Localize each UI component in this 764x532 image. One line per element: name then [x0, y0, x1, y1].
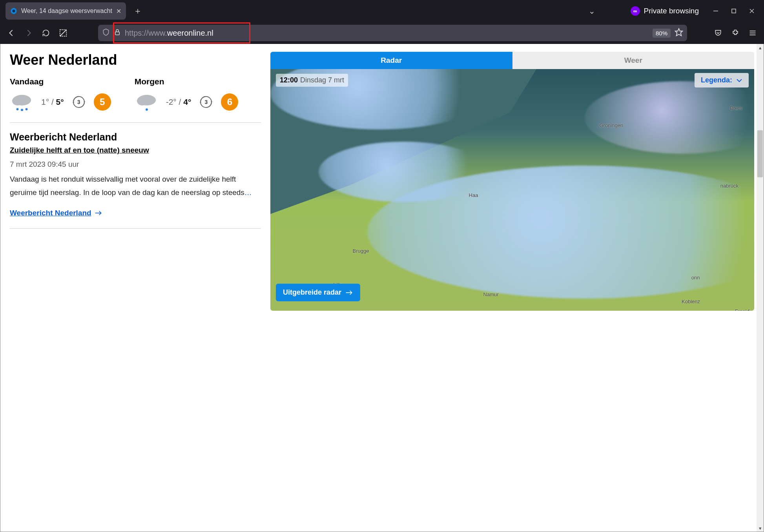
today-rating-badge: 5 [94, 93, 111, 111]
today-label: Vandaag [10, 77, 111, 86]
tab-close-icon[interactable]: ✕ [116, 7, 121, 15]
report-heading: Weerbericht Nederland [10, 131, 261, 143]
address-bar[interactable]: https://www.weeronline.nl 80% [98, 25, 687, 41]
tabs-dropdown-icon[interactable]: ⌄ [589, 6, 595, 16]
scroll-up-icon[interactable]: ▴ [757, 44, 764, 51]
page-title: Weer Nederland [10, 52, 261, 68]
svg-point-14 [16, 108, 19, 110]
pocket-button[interactable] [711, 26, 726, 40]
today-wind-icon: 3 [71, 94, 87, 110]
private-label: Private browsing [644, 7, 699, 15]
scroll-down-icon[interactable]: ▾ [757, 525, 764, 532]
url-text: https://www.weeronline.nl [125, 29, 649, 38]
window-maximize-button[interactable] [725, 4, 743, 18]
private-browsing-badge: ∞ Private browsing [631, 6, 699, 16]
map-city-label: Haa [469, 192, 478, 198]
reload-button[interactable] [38, 26, 53, 40]
report-timestamp: 7 mrt 2023 09:45 uur [10, 160, 261, 169]
svg-point-15 [21, 109, 23, 111]
browser-tab[interactable]: Weer, 14 daagse weersverwacht ✕ [5, 2, 126, 20]
map-city-label: nabrück [720, 183, 738, 189]
report-subheading[interactable]: Zuidelijke helft af en toe (natte) sneeu… [10, 146, 261, 155]
map-city-label: Namur [483, 292, 499, 297]
tomorrow-rating-badge: 6 [221, 93, 238, 111]
back-button[interactable] [4, 26, 19, 40]
map-city-label: Koblenz [682, 299, 700, 304]
map-city-label: Brugge [353, 248, 369, 254]
svg-marker-23 [211, 100, 212, 102]
legend-button[interactable]: Legenda: [695, 73, 749, 87]
extensions-button[interactable] [728, 26, 743, 40]
window-minimize-button[interactable] [707, 4, 725, 18]
svg-marker-18 [84, 100, 85, 102]
report-body: Vandaag is het ronduit wisselvallig met … [10, 173, 261, 199]
page-scrollbar[interactable]: ▴ ▾ [757, 44, 764, 532]
screenshot-button[interactable] [56, 26, 71, 40]
cloud-drizzle-icon [135, 92, 159, 112]
radar-timestamp: 12:00Dinsdag 7 mrt [276, 74, 348, 87]
map-city-label: Frankf [735, 308, 749, 311]
tomorrow-temps: -2° / 4° [166, 97, 191, 107]
svg-point-20 [137, 97, 148, 106]
expand-radar-button[interactable]: Uitgebreide radar [276, 284, 360, 301]
svg-point-21 [146, 108, 148, 111]
svg-rect-7 [115, 32, 120, 35]
arrow-right-icon [95, 210, 102, 216]
chevron-down-icon [736, 78, 742, 83]
weather-favicon [10, 7, 17, 15]
svg-marker-8 [675, 29, 682, 36]
window-close-button[interactable] [743, 4, 761, 18]
radar-widget: Radar Weer GroningenBremnabrückHaaBrugge… [270, 52, 754, 311]
svg-point-1 [12, 9, 15, 13]
zoom-badge[interactable]: 80% [653, 29, 671, 38]
lock-icon[interactable] [114, 29, 121, 37]
forecast-summary: Vandaag 1° / 5° 3 5 [10, 77, 261, 123]
report-full-link[interactable]: Weerbericht Nederland [10, 209, 102, 217]
svg-point-16 [26, 108, 28, 110]
mask-icon: ∞ [631, 6, 640, 16]
svg-marker-17 [73, 102, 74, 104]
divider [10, 228, 261, 229]
tab-weer[interactable]: Weer [512, 52, 755, 69]
tomorrow-label: Morgen [135, 77, 239, 86]
map-city-label: Brem [730, 105, 742, 111]
forecast-tomorrow[interactable]: Morgen -2° / 4° 3 6 [135, 77, 239, 112]
svg-marker-22 [200, 102, 201, 104]
map-city-label: Groningen [599, 122, 623, 128]
tomorrow-wind-icon: 3 [198, 94, 214, 110]
tab-title: Weer, 14 daagse weersverwacht [21, 7, 112, 15]
tab-radar[interactable]: Radar [270, 52, 512, 69]
forward-button[interactable] [21, 26, 36, 40]
scroll-thumb[interactable] [757, 130, 763, 177]
cloud-rain-icon [10, 92, 34, 112]
map-city-label: onn [691, 275, 700, 281]
forecast-today[interactable]: Vandaag 1° / 5° 3 5 [10, 77, 111, 112]
today-temps: 1° / 5° [41, 97, 64, 107]
bookmark-star-icon[interactable] [675, 28, 683, 38]
app-menu-button[interactable] [745, 26, 760, 40]
radar-map[interactable]: GroningenBremnabrückHaaBruggeLilleNamuro… [270, 69, 754, 311]
svg-point-13 [12, 97, 23, 106]
new-tab-button[interactable]: ＋ [131, 4, 145, 18]
shield-icon[interactable] [102, 28, 110, 38]
svg-rect-3 [732, 9, 736, 13]
arrow-right-icon [345, 290, 353, 295]
